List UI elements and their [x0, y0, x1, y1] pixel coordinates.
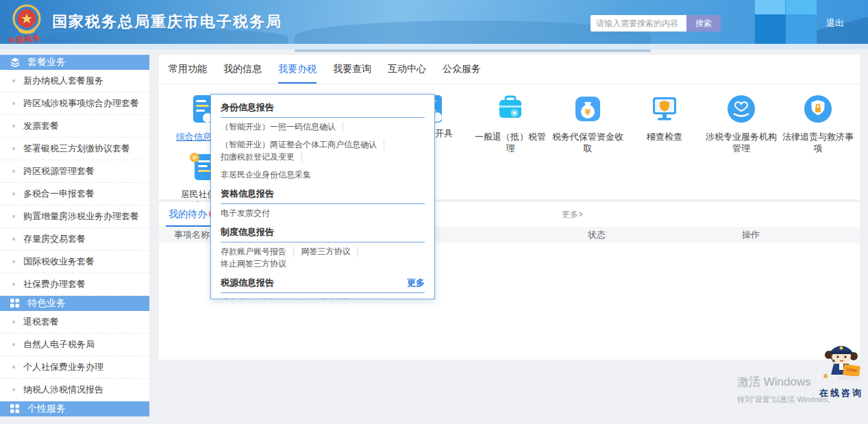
tab-tax-handling[interactable]: 我要办税	[278, 55, 317, 84]
monitor-shield-icon	[649, 93, 680, 125]
mascot-character-icon: 12366	[817, 376, 865, 388]
sidebar-item[interactable]: 签署银税三方划缴协议套餐	[0, 138, 149, 160]
sidebar-item[interactable]: 国际税收业务套餐	[0, 251, 149, 273]
menu-section-heading: 资格信息报告	[221, 188, 425, 200]
separator: │	[291, 296, 297, 299]
logout-button[interactable]: 退出	[826, 17, 844, 29]
bullet-icon	[12, 147, 15, 150]
sidebar: 套餐业务新办纳税人套餐服务跨区域涉税事项综合办理套餐发票套餐签署银税三方划缴协议…	[0, 55, 149, 416]
service-item-audit-inspection[interactable]: 稽查检查	[629, 93, 700, 142]
service-item-label[interactable]: 一般退（抵）税管理	[475, 131, 546, 154]
menu-item[interactable]: 综合税源信息报告	[221, 296, 286, 299]
separator: │	[299, 151, 305, 163]
menu-section-heading: 身份信息报告	[221, 101, 425, 114]
sidebar-item-label: 新办纳税人套餐服务	[23, 75, 103, 87]
tab-my-query[interactable]: 我要查询	[333, 55, 371, 84]
sidebar-item[interactable]: 新办纳税人套餐服务	[0, 70, 149, 92]
menu-item[interactable]: 非居民企业身份信息采集	[221, 169, 311, 181]
sidebar-item-label: 个人社保费业务办理	[23, 361, 103, 373]
sidebar-item[interactable]: 个人社保费业务办理	[0, 356, 149, 379]
sidebar-item-label: 存量房交易套餐	[23, 233, 86, 245]
search-input[interactable]	[591, 15, 686, 32]
menu-item[interactable]: 终止网签三方协议	[221, 258, 286, 270]
search-button[interactable]: 搜索	[686, 15, 721, 32]
separator: │	[340, 121, 346, 133]
sidebar-item-label: 社保费办理套餐	[23, 278, 86, 290]
separator: │	[291, 245, 297, 258]
sidebar-item[interactable]: 自然人电子税务局	[0, 334, 149, 356]
menu-row: 电子发票交付	[221, 204, 425, 222]
menu-item[interactable]: （智能开业）一照一码信息确认	[221, 121, 336, 133]
sidebar-item-label: 多税合一申报套餐	[23, 188, 95, 200]
service-item-label[interactable]: 涉税专业服务机构管理	[706, 131, 777, 154]
grid-icon	[10, 403, 21, 414]
tax-handling-dropdown-menu: 身份信息报告（智能开业）一照一码信息确认│（智能开业）两证整合个体工商户信息确认…	[210, 94, 435, 299]
sidebar-item[interactable]: 购置增量房涉税业务办理套餐	[0, 205, 149, 228]
sidebar-item[interactable]: 社保费办理套餐	[0, 273, 149, 296]
menu-section-heading: 税源信息报告更多	[221, 277, 425, 289]
service-item-label[interactable]: 法律追责与救济事项	[782, 131, 854, 154]
menu-section-title: 身份信息报告	[221, 101, 274, 114]
money-bag-icon: ¥	[572, 93, 604, 125]
todo-tab-label: 我的待办	[169, 208, 207, 219]
service-item-escrow-funds[interactable]: ¥ 税务代保管资金收取	[552, 93, 623, 154]
tax-emblem-logo	[11, 4, 42, 36]
column-header-item-name: 事项名称	[174, 227, 210, 243]
bullet-icon	[12, 215, 15, 218]
column-header-status: 状态	[588, 227, 606, 243]
tab-interaction-center[interactable]: 互动中心	[388, 55, 426, 84]
sidebar-item-label: 纳税人涉税情况报告	[23, 384, 103, 396]
menu-item[interactable]: 网签三方协议	[301, 245, 351, 258]
sidebar-item[interactable]: 纳税人涉税情况报告	[0, 379, 149, 401]
menu-item[interactable]: 电子发票交付	[221, 207, 270, 219]
bullet-icon	[12, 366, 15, 369]
online-consult-label[interactable]: 在线咨询	[817, 387, 866, 399]
tab-common-functions[interactable]: 常用功能	[169, 55, 207, 84]
sidebar-item-label: 自然人电子税务局	[23, 338, 95, 351]
online-consult-widget[interactable]: 12366 在线咨询	[817, 340, 866, 399]
menu-row: 综合税源信息报告│跨区域涉税事项报验│土地出（转）让信息采集│	[221, 293, 425, 299]
sidebar-item-label: 发票套餐	[23, 120, 59, 132]
sidebar-item[interactable]: 存量房交易套餐	[0, 228, 149, 251]
menu-item[interactable]: 存款账户账号报告	[221, 245, 286, 258]
menu-item[interactable]: （智能开业）两证整合个体工商户信息确认	[221, 138, 377, 151]
sidebar-item[interactable]: 跨区税源管理套餐	[0, 160, 149, 183]
sidebar-section-header[interactable]: 个性服务	[0, 401, 149, 416]
service-item-tax-service-agency[interactable]: 涉税专业服务机构管理	[706, 93, 777, 154]
menu-section-title: 税源信息报告	[221, 277, 274, 289]
grid-icon	[10, 298, 21, 309]
menu-more-link[interactable]: 更多	[407, 277, 425, 289]
bullet-icon	[12, 170, 15, 173]
sidebar-item[interactable]: 发票套餐	[0, 115, 149, 138]
decorative-square	[755, 0, 785, 14]
service-item-legal-liability-relief[interactable]: 法律追责与救济事项	[782, 93, 854, 154]
bullet-icon	[12, 79, 15, 82]
separator: │	[380, 296, 386, 299]
sidebar-section-label: 套餐业务	[27, 56, 66, 68]
bullet-icon	[12, 343, 15, 346]
hand-heart-icon	[726, 93, 757, 125]
tab-my-info[interactable]: 我的信息	[223, 55, 262, 84]
service-item-issue-label[interactable]: 开具	[435, 127, 453, 140]
menu-item[interactable]: 扣缴税款登记及变更	[221, 151, 295, 163]
app-header: 中国税务 国家税务总局重庆市电子税务局 搜索 退出	[0, 0, 868, 44]
service-item-label[interactable]: 稽查检查	[629, 131, 700, 142]
page-title: 国家税务总局重庆市电子税务局	[52, 12, 282, 32]
bullet-icon	[12, 388, 15, 391]
menu-section-title: 制度信息报告	[221, 226, 274, 238]
main-nav-tabs: 常用功能 我的信息 我要办税 我要查询 互动中心 公众服务	[159, 55, 860, 84]
sidebar-section-header[interactable]: 套餐业务	[0, 55, 149, 70]
sidebar-item[interactable]: 跨区域涉税事项综合办理套餐	[0, 92, 149, 115]
sidebar-item[interactable]: 多税合一申报套餐	[0, 183, 149, 205]
menu-item[interactable]: 跨区域涉税事项报验	[301, 296, 375, 299]
sidebar-section-label: 个性服务	[27, 403, 66, 415]
todo-more-link[interactable]: 更多>	[562, 209, 583, 221]
sidebar-section-header[interactable]: 特色业务	[0, 296, 149, 311]
shield-lock-icon	[802, 93, 834, 125]
service-item-general-tax-refund[interactable]: 一般退（抵）税管理	[475, 93, 546, 154]
header-search: 搜索	[591, 15, 721, 32]
service-item-label[interactable]: 税务代保管资金收取	[552, 131, 623, 154]
menu-row: 存款账户账号报告│网签三方协议│终止网签三方协议	[221, 242, 425, 273]
sidebar-item[interactable]: 退税套餐	[0, 311, 149, 334]
tab-public-service[interactable]: 公众服务	[443, 55, 481, 84]
